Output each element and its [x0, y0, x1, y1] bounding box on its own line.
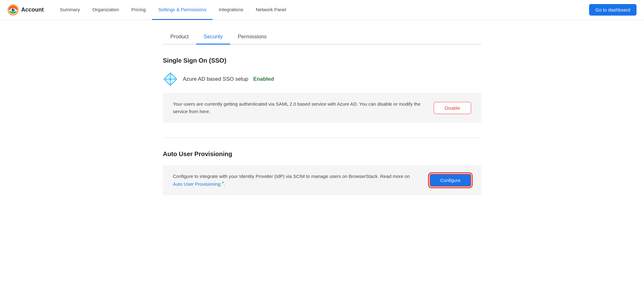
logo-icon [7, 4, 19, 16]
svg-point-12 [170, 74, 171, 75]
svg-point-14 [170, 83, 171, 84]
nav-pricing[interactable]: Pricing [125, 0, 152, 20]
disable-button[interactable]: Disable [434, 102, 471, 114]
svg-point-11 [169, 78, 171, 80]
sso-provider-row: Azure AD based SSO setup Enabled [163, 72, 481, 87]
svg-point-13 [174, 79, 175, 80]
configure-button[interactable]: Configure [430, 174, 471, 187]
sso-info-box: Your users are currently getting authent… [163, 93, 481, 123]
sub-tabs: Product Security Permissions [163, 30, 481, 45]
svg-point-6 [13, 9, 14, 10]
go-to-dashboard-button[interactable]: Go to dashboard [589, 4, 637, 16]
section-divider [163, 138, 481, 138]
sso-info-text: Your users are currently getting authent… [173, 100, 421, 115]
tab-permissions[interactable]: Permissions [230, 30, 274, 45]
tab-security[interactable]: Security [196, 30, 230, 45]
auto-provisioning-title: Auto User Provisioning [163, 151, 481, 158]
provisioning-info-text: Configure to integrate with your Identit… [173, 173, 417, 188]
provisioning-text-part1: Configure to integrate with your Identit… [173, 174, 410, 179]
tab-product[interactable]: Product [163, 30, 196, 45]
nav-summary[interactable]: Summary [54, 0, 86, 20]
main-content: Product Security Permissions Single Sign… [150, 20, 494, 220]
external-link-icon: ↗ [221, 180, 224, 186]
sso-title: Single Sign On (SSO) [163, 57, 481, 64]
azure-ad-icon [163, 72, 178, 87]
logo-area: Account [7, 4, 44, 16]
nav-integrations[interactable]: Integrations [212, 0, 249, 20]
svg-point-15 [165, 79, 167, 80]
sso-provider-label: Azure AD based SSO setup [183, 76, 248, 82]
main-nav: Summary Organization Pricing Settings & … [54, 0, 589, 20]
nav-organization[interactable]: Organization [86, 0, 125, 20]
nav-network[interactable]: Network Panel [250, 0, 293, 20]
auto-provisioning-link[interactable]: Auto User Provisioning [173, 181, 221, 187]
nav-settings[interactable]: Settings & Permissions [152, 0, 212, 20]
auto-provisioning-section: Auto User Provisioning Configure to inte… [163, 151, 481, 195]
provisioning-text-part2: . [224, 181, 225, 187]
sso-section: Single Sign On (SSO) Azure AD based SSO … [163, 57, 481, 123]
brand-name: Account [21, 7, 44, 13]
provisioning-info-box: Configure to integrate with your Identit… [163, 165, 481, 195]
header: Account Summary Organization Pricing Set… [0, 0, 644, 20]
sso-status: Enabled [253, 76, 274, 82]
